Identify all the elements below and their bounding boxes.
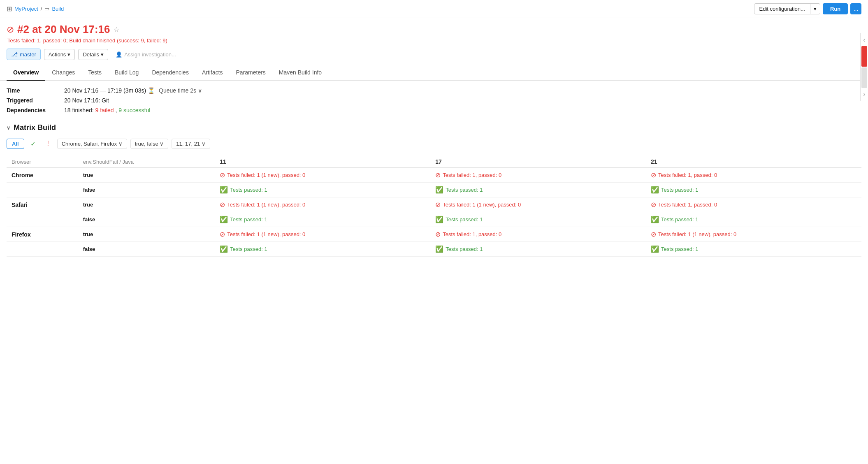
table-row: false ✅Tests passed: 1 ✅Tests passed: 1 …: [7, 212, 861, 227]
tab-artifacts[interactable]: Artifacts: [195, 65, 230, 81]
breadcrumb: ⊞ MyProject / ▭ Build: [7, 5, 64, 13]
tab-build-log[interactable]: Build Log: [108, 65, 145, 81]
java-filter-dropdown[interactable]: 11, 17, 21 ∨: [172, 139, 210, 149]
info-grid: Time 20 Nov 17:16 — 17:19 (3m 03s) ⏳ Que…: [7, 87, 861, 114]
cell-status[interactable]: ✅Tests passed: 1: [651, 186, 856, 194]
shouldfail-filter-dropdown[interactable]: true, false ∨: [130, 139, 169, 149]
cell-status[interactable]: ✅Tests passed: 1: [651, 216, 856, 223]
status-link[interactable]: Tests passed: 1: [230, 187, 267, 193]
java17-cell: ⊘Tests failed: 1, passed: 0: [430, 168, 646, 183]
success-dependencies-link[interactable]: 9 successful: [118, 107, 150, 114]
matrix-build-section-header[interactable]: ∨ Matrix Build: [7, 123, 861, 132]
status-link[interactable]: Tests failed: 1, passed: 0: [658, 202, 717, 208]
actions-button[interactable]: Actions ▾: [44, 49, 75, 60]
status-link[interactable]: Tests passed: 1: [661, 216, 698, 223]
status-link[interactable]: Tests passed: 1: [446, 216, 483, 223]
status-link[interactable]: Tests passed: 1: [446, 187, 483, 193]
fail-icon: ⊘: [435, 201, 441, 209]
shouldfail-cell: true: [78, 168, 215, 183]
status-link[interactable]: Tests failed: 1 (1 new), passed: 0: [443, 202, 521, 208]
top-bar: ⊞ MyProject / ▭ Build Edit configuration…: [0, 0, 868, 18]
more-button[interactable]: ...: [850, 3, 861, 14]
project-link[interactable]: MyProject: [14, 6, 38, 12]
cell-status[interactable]: ✅Tests passed: 1: [435, 186, 641, 194]
cell-status[interactable]: ✅Tests passed: 1: [435, 216, 641, 223]
tab-dependencies[interactable]: Dependencies: [145, 65, 195, 81]
status-link[interactable]: Tests passed: 1: [446, 246, 483, 252]
build-icon: ▭: [44, 6, 49, 12]
panel-next-button[interactable]: ›: [861, 89, 867, 100]
browser-cell: Safari: [7, 197, 78, 212]
shouldfail-cell: false: [78, 183, 215, 197]
cell-status[interactable]: ✅Tests passed: 1: [651, 245, 856, 253]
tab-maven-build-info[interactable]: Maven Build Info: [272, 65, 328, 81]
filter-fail-icon-button[interactable]: !: [42, 138, 54, 149]
cell-status[interactable]: ⊘Tests failed: 1 (1 new), passed: 0: [220, 201, 425, 209]
cell-status[interactable]: ⊘Tests failed: 1 (1 new), passed: 0: [220, 230, 425, 238]
java21-cell: ⊘Tests failed: 1 (1 new), passed: 0: [646, 227, 861, 242]
java11-cell: ⊘Tests failed: 1 (1 new), passed: 0: [215, 227, 430, 242]
tab-parameters[interactable]: Parameters: [229, 65, 272, 81]
status-link[interactable]: Tests passed: 1: [230, 216, 267, 223]
status-link[interactable]: Tests failed: 1, passed: 0: [443, 231, 501, 237]
status-link[interactable]: Tests failed: 1, passed: 0: [658, 172, 717, 178]
col-browser-header: Browser: [7, 156, 78, 168]
cell-status[interactable]: ✅Tests passed: 1: [220, 186, 425, 194]
run-button[interactable]: Run: [823, 3, 848, 14]
cell-status[interactable]: ⊘Tests failed: 1, passed: 0: [435, 230, 641, 238]
failed-dependencies-link[interactable]: 9 failed: [95, 107, 114, 114]
col-java11-header: 11: [215, 156, 430, 168]
pass-icon: ✅: [651, 216, 659, 223]
java21-cell: ✅Tests passed: 1: [646, 183, 861, 197]
pass-icon: ✅: [651, 186, 659, 194]
error-icon: ⊘: [7, 24, 14, 35]
status-link[interactable]: Tests failed: 1 (1 new), passed: 0: [227, 231, 305, 237]
pass-icon: ✅: [220, 186, 228, 194]
details-button[interactable]: Details ▾: [78, 49, 108, 60]
tab-changes[interactable]: Changes: [45, 65, 81, 81]
java17-cell: ⊘Tests failed: 1, passed: 0: [430, 227, 646, 242]
java11-cell: ✅Tests passed: 1: [215, 242, 430, 257]
java11-cell: ⊘Tests failed: 1 (1 new), passed: 0: [215, 197, 430, 212]
triggered-label: Triggered: [7, 97, 64, 104]
cell-status[interactable]: ✅Tests passed: 1: [435, 245, 641, 253]
time-label: Time: [7, 87, 64, 94]
java17-cell: ✅Tests passed: 1: [430, 183, 646, 197]
java21-cell: ✅Tests passed: 1: [646, 212, 861, 227]
java21-cell: ✅Tests passed: 1: [646, 242, 861, 257]
tab-overview[interactable]: Overview: [7, 65, 45, 81]
overview-content: Time 20 Nov 17:16 — 17:19 (3m 03s) ⏳ Que…: [0, 81, 868, 263]
table-row: Firefox true ⊘Tests failed: 1 (1 new), p…: [7, 227, 861, 242]
details-chevron-icon: ▾: [101, 51, 104, 58]
status-link[interactable]: Tests failed: 1, passed: 0: [443, 172, 501, 178]
build-number: #2 at 20 Nov 17:16: [17, 23, 110, 36]
cell-status[interactable]: ⊘Tests failed: 1 (1 new), passed: 0: [651, 230, 856, 238]
cell-status[interactable]: ✅Tests passed: 1: [220, 216, 425, 223]
cell-status[interactable]: ✅Tests passed: 1: [220, 245, 425, 253]
assign-investigation-button[interactable]: 👤 Assign investigation...: [111, 49, 180, 60]
table-row: false ✅Tests passed: 1 ✅Tests passed: 1 …: [7, 242, 861, 257]
cell-status[interactable]: ⊘Tests failed: 1, passed: 0: [651, 171, 856, 179]
build-link[interactable]: Build: [52, 6, 64, 12]
cell-status[interactable]: ⊘Tests failed: 1 (1 new), passed: 0: [435, 201, 641, 209]
status-link[interactable]: Tests failed: 1 (1 new), passed: 0: [227, 172, 305, 178]
status-link[interactable]: Tests passed: 1: [230, 246, 267, 252]
browsers-filter-dropdown[interactable]: Chrome, Safari, Firefox ∨: [57, 139, 127, 149]
status-link[interactable]: Tests failed: 1 (1 new), passed: 0: [227, 202, 305, 208]
queue-time[interactable]: Queue time 2s ∨: [159, 87, 202, 94]
status-link[interactable]: Tests passed: 1: [661, 246, 698, 252]
cell-status[interactable]: ⊘Tests failed: 1, passed: 0: [435, 171, 641, 179]
cell-status[interactable]: ⊘Tests failed: 1, passed: 0: [651, 201, 856, 209]
build-title: ⊘ #2 at 20 Nov 17:16 ☆: [7, 23, 861, 36]
cell-status[interactable]: ⊘Tests failed: 1 (1 new), passed: 0: [220, 171, 425, 179]
right-panel: ‹ ›: [860, 33, 868, 101]
status-link[interactable]: Tests failed: 1 (1 new), passed: 0: [658, 231, 736, 237]
filter-all-button[interactable]: All: [7, 139, 24, 149]
edit-config-button[interactable]: Edit configuration... ▾: [754, 3, 820, 14]
branch-button[interactable]: ⎇ master: [7, 49, 41, 60]
tab-tests[interactable]: Tests: [81, 65, 108, 81]
star-icon[interactable]: ☆: [113, 25, 120, 34]
panel-prev-button[interactable]: ‹: [861, 35, 867, 45]
filter-success-icon-button[interactable]: ✓: [28, 138, 39, 149]
status-link[interactable]: Tests passed: 1: [661, 187, 698, 193]
